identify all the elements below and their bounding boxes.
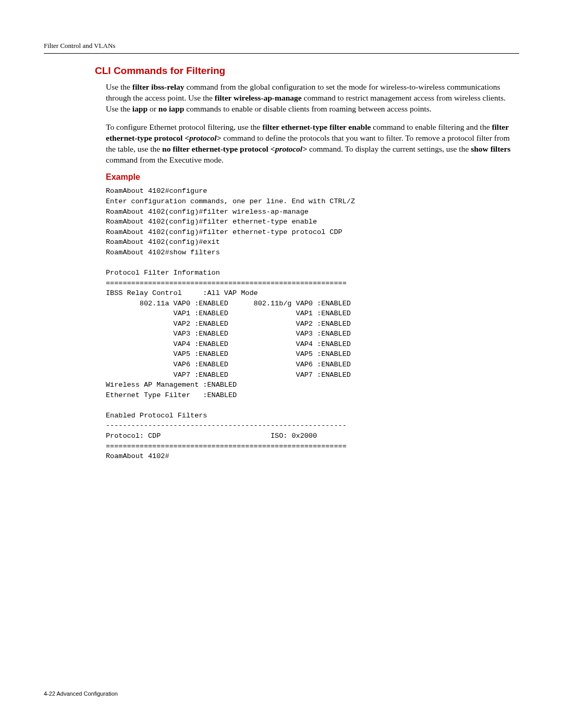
p2-italic-1: <protocol> <box>185 133 221 142</box>
paragraph-2: To configure Ethernet protocol filtering… <box>106 122 514 166</box>
p1-bold-1: filter ibss-relay <box>132 82 185 91</box>
p2-italic-2: <protocol> <box>271 144 307 153</box>
p2-text-1: To configure Ethernet protocol filtering… <box>106 122 262 131</box>
paragraph-1: Use the filter ibss-relay command from t… <box>106 82 514 115</box>
page-header-title: Filter Control and VLANs <box>44 42 519 50</box>
cli-output: RoamAbout 4102#configure Enter configura… <box>106 186 519 461</box>
p2-bold-3: no filter ethernet-type protocol <box>162 144 271 153</box>
p2-text-2: command to enable filtering and the <box>371 122 492 131</box>
page-footer: 4-22 Advanced Configuration <box>44 690 118 697</box>
p2-text-5: command from the Executive mode. <box>106 155 224 164</box>
p1-text-1: Use the <box>106 82 132 91</box>
p1-bold-3: iapp <box>132 104 148 113</box>
p1-text-4: or <box>148 104 158 113</box>
example-title: Example <box>106 172 519 182</box>
p2-bold-1: filter ethernet-type filter enable <box>262 122 371 131</box>
p1-text-5: commands to enable or disable clients fr… <box>184 104 431 113</box>
header-rule <box>44 53 519 54</box>
p2-text-4: command. To display the current settings… <box>307 144 471 153</box>
section-title: CLI Commands for Filtering <box>95 65 519 77</box>
p1-bold-4: no iapp <box>158 104 185 113</box>
p2-bold-4: show filters <box>471 144 510 153</box>
p1-bold-2: filter wireless-ap-manage <box>215 93 302 102</box>
